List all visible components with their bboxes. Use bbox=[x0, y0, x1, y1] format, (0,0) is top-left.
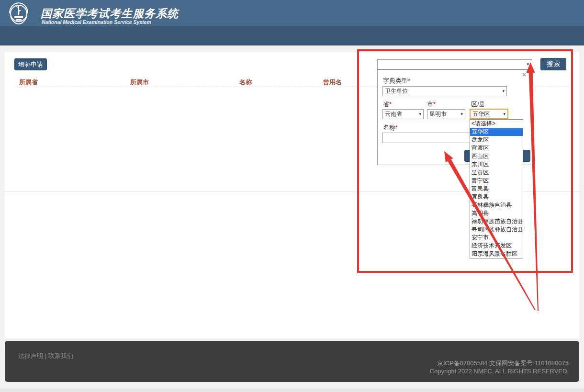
dropdown-option[interactable]: 官渡区 bbox=[470, 144, 523, 152]
footer-copyright: 京ICP备07005584 文保网安备案号:1101080075 Copyrig… bbox=[430, 359, 569, 375]
bottom-strip bbox=[0, 389, 584, 392]
required-asterisk: * bbox=[408, 77, 410, 84]
district-label: 区/县 bbox=[471, 100, 485, 109]
search-button[interactable]: 搜索 bbox=[540, 58, 566, 70]
dropdown-option[interactable]: 阳宗海风景名胜区 bbox=[470, 250, 523, 258]
required-asterisk: * bbox=[395, 124, 398, 131]
dropdown-option[interactable]: 宜良县 bbox=[470, 193, 523, 201]
dropdown-option[interactable]: 经济技术开发区 bbox=[470, 242, 523, 250]
column-header-province: 所属省 bbox=[19, 78, 38, 87]
column-header-former-name: 曾用名 bbox=[323, 78, 342, 87]
dropdown-option[interactable]: 东川区 bbox=[470, 160, 523, 168]
chevron-down-icon: ▾ bbox=[503, 112, 505, 116]
contact-us-link[interactable]: 联系我们 bbox=[48, 352, 73, 359]
city-label: 市* bbox=[427, 100, 436, 109]
copyright-line: Copyright 2022 NMEC. ALL RIGHTS RESERVED… bbox=[430, 367, 569, 375]
dropdown-option[interactable]: 呈贡区 bbox=[470, 168, 523, 177]
dropdown-option[interactable]: <请选择> bbox=[470, 120, 523, 128]
district-option-list: <请选择> 五华区 盘龙区 官渡区 西山区 东川区 呈贡区 晋宁区 富民县 宜良… bbox=[470, 119, 523, 258]
dropdown-option[interactable]: 晋宁区 bbox=[470, 177, 523, 185]
district-select[interactable]: 五华区 ▾ bbox=[470, 109, 508, 119]
dropdown-option[interactable]: 安宁市 bbox=[470, 234, 523, 242]
dropdown-option[interactable]: 嵩明县 bbox=[470, 209, 523, 217]
dropdown-option[interactable]: 西山区 bbox=[470, 152, 523, 160]
dict-type-select[interactable]: 卫生单位 ▾ bbox=[382, 86, 507, 96]
dropdown-option[interactable]: 寻甸回族彝族自治县 bbox=[470, 225, 523, 234]
column-header-name: 名称 bbox=[239, 78, 252, 87]
city-select[interactable]: 昆明市 ▾ bbox=[427, 109, 465, 119]
nmec-logo-icon bbox=[6, 1, 32, 26]
dict-type-label: 字典类型* bbox=[383, 77, 410, 85]
chevron-down-icon: ▾ bbox=[460, 112, 463, 116]
chevron-down-icon: ▾ bbox=[419, 112, 421, 116]
add-application-button[interactable]: 增补申请 bbox=[14, 58, 47, 70]
legal-notice-link[interactable]: 法律声明 bbox=[18, 352, 43, 359]
nav-bar bbox=[0, 26, 584, 45]
required-asterisk: * bbox=[389, 101, 392, 108]
site-subtitle: National Medical Examination Service Sys… bbox=[42, 19, 151, 25]
close-icon[interactable]: × bbox=[522, 71, 526, 78]
icp-number: 京ICP备07005584 文保网安备案号:1101080075 bbox=[430, 359, 569, 367]
footer-links: 法律声明 | 联系我们 bbox=[18, 352, 73, 360]
chevron-down-icon: ▾ bbox=[502, 89, 505, 93]
dropdown-option[interactable]: 禄劝彝族苗族自治县 bbox=[470, 217, 523, 225]
required-asterisk: * bbox=[433, 101, 436, 108]
dropdown-option[interactable]: 盘龙区 bbox=[470, 136, 523, 144]
province-label: 省* bbox=[383, 100, 392, 109]
footer-link-separator: | bbox=[45, 352, 46, 359]
name-label: 名称* bbox=[383, 123, 398, 132]
column-header-city: 所属市 bbox=[130, 78, 149, 87]
dropdown-option[interactable]: 石林彝族自治县 bbox=[470, 201, 523, 209]
province-select[interactable]: 云南省 ▾ bbox=[382, 109, 424, 119]
dropdown-option[interactable]: 富民县 bbox=[470, 185, 523, 193]
dictionary-combobox[interactable]: ▾ bbox=[377, 59, 532, 69]
dropdown-option-selected[interactable]: 五华区 bbox=[470, 128, 523, 136]
chevron-down-icon: ▾ bbox=[527, 62, 529, 67]
